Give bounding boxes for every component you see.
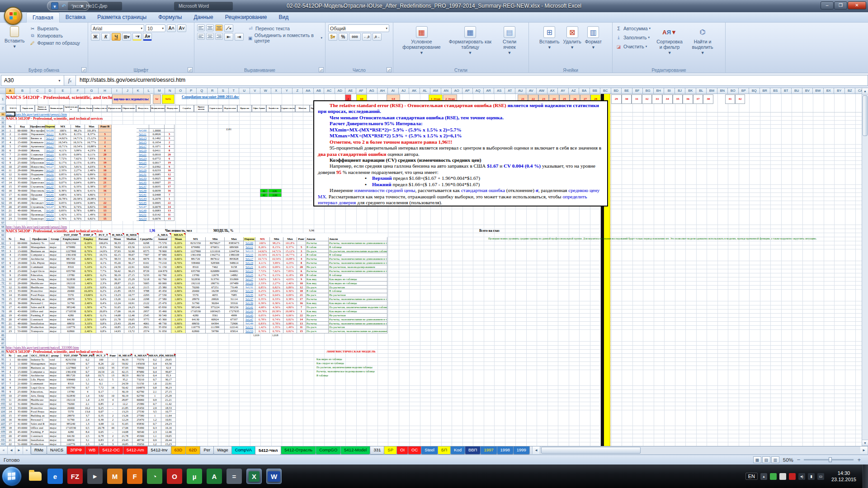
cell-link[interactable]: SrG31 — [45, 173, 55, 177]
column-header-BH[interactable]: BH — [654, 88, 665, 94]
row-header-60[interactable]: 60 — [0, 233, 6, 237]
row-header-66[interactable]: 66 — [0, 257, 6, 261]
cell-link[interactable]: SrG13 — [45, 136, 55, 141]
row-header-99[interactable]: 99 — [0, 389, 6, 394]
alignment-dialog-launcher[interactable]: ◿ — [319, 67, 324, 72]
column-header-Q[interactable]: Q — [197, 88, 208, 94]
column-header-G[interactable]: G — [85, 88, 99, 94]
cell-link[interactable]: SrG45 — [137, 201, 149, 205]
cell-link[interactable]: SrG31 — [244, 286, 255, 290]
wrap-text-button[interactable]: ⏎Перенос текста — [247, 25, 322, 32]
autosum-button[interactable]: ΣАвтосумма▾ — [615, 25, 651, 32]
redo-icon[interactable]: ↷ — [69, 2, 76, 9]
row-header-83[interactable]: 83 — [0, 325, 6, 329]
font-color-button[interactable]: A▾ — [143, 33, 152, 41]
column-header-W[interactable]: W — [260, 88, 271, 94]
column-header-T[interactable]: T — [229, 88, 240, 94]
prev-sheet-icon[interactable]: ◄ — [8, 446, 15, 454]
cell-link[interactable]: SrG49 — [137, 209, 149, 213]
column-header-AS[interactable]: AS — [494, 88, 505, 94]
cell-link[interactable]: SrG21 — [244, 265, 255, 269]
taskbar-clock[interactable]: 14:3023.12.2015 — [827, 470, 861, 483]
column-header-BQ[interactable]: BQ — [749, 88, 760, 94]
show-desktop-button[interactable] — [863, 465, 868, 488]
chrome-icon[interactable]: ◔ — [147, 469, 162, 484]
cell-link[interactable]: SrG51 — [137, 213, 149, 217]
row-header-41[interactable]: 41 — [0, 157, 6, 161]
underline-button[interactable]: Ч — [112, 33, 121, 41]
horizontal-scrollbar[interactable]: ◄► — [532, 446, 868, 454]
row-header-68[interactable]: 68 — [0, 265, 6, 269]
column-header-AJ[interactable]: AJ — [399, 88, 410, 94]
find-select-button[interactable]: ⌬ Найти и выделить▾ — [689, 24, 717, 56]
row-header-2[interactable]: 2 — [0, 104, 6, 113]
merge-center-button[interactable]: ▣Объединить и поместить в центре▾ — [247, 33, 322, 43]
row-header-90[interactable]: 90 — [0, 353, 6, 357]
column-header-BK[interactable]: BK — [685, 88, 696, 94]
grow-font-button[interactable]: A˄ — [167, 24, 176, 32]
column-header-BN[interactable]: BN — [717, 88, 728, 94]
cell-link[interactable] — [137, 125, 149, 129]
tab-Рецензирование[interactable]: Рецензирование — [219, 12, 273, 23]
row-header-103[interactable]: 103 — [0, 406, 6, 410]
next-sheet-icon[interactable]: ► — [15, 446, 23, 454]
excel-window-button[interactable]: X — [246, 469, 262, 484]
cell-link[interactable]: SrG49 — [45, 209, 55, 213]
row-header-71[interactable]: 71 — [0, 277, 6, 282]
column-header-BF[interactable]: BF — [632, 88, 643, 94]
row-header-1[interactable]: 1 — [0, 94, 6, 104]
row-headers[interactable]: 1230313233343536373839404142434445464748… — [0, 94, 6, 446]
first-sheet-icon[interactable]: « — [0, 446, 8, 454]
qat-dropdown-icon[interactable]: ▾ — [78, 2, 85, 9]
row-header-70[interactable]: 70 — [0, 273, 6, 277]
zoom-out-button[interactable]: − — [797, 456, 801, 463]
row-header-74[interactable]: 74 — [0, 289, 6, 293]
row-header-108[interactable]: 108 — [0, 426, 6, 430]
row-header-56[interactable]: 56 — [0, 217, 6, 221]
column-header-BX[interactable]: BX — [824, 88, 835, 94]
row-header-94[interactable]: 94 — [0, 370, 6, 374]
column-header-AR[interactable]: AR — [484, 88, 495, 94]
row-header-44[interactable]: 44 — [0, 169, 6, 173]
column-header-E[interactable]: E — [55, 88, 71, 94]
column-header-AN[interactable]: AN — [441, 88, 452, 94]
sheet-tab-5412-Отрасль[interactable]: 5412-Отрасль — [281, 446, 316, 455]
tab-Данные[interactable]: Данные — [188, 12, 219, 23]
row-header-62[interactable]: 62 — [0, 241, 6, 245]
row-header-43[interactable]: 43 — [0, 165, 6, 169]
cell-link[interactable]: SrG25 — [244, 273, 255, 277]
row-header-47[interactable]: 47 — [0, 181, 6, 185]
fill-color-button[interactable]: ◔▾ — [132, 33, 142, 41]
fx-icon[interactable]: fx — [64, 75, 76, 86]
aimp-icon[interactable]: A — [207, 469, 222, 484]
maximize-button[interactable]: ❐ — [834, 1, 847, 9]
font-name-select[interactable]: Arial▾ — [91, 24, 144, 32]
bold-button[interactable]: Ж — [91, 33, 100, 41]
row-header-53[interactable]: 53 — [0, 205, 6, 209]
row-header-112[interactable]: 112 — [0, 442, 6, 446]
align-middle-icon[interactable] — [206, 24, 214, 31]
cell-link[interactable]: SrG25 — [137, 161, 149, 165]
column-header-AU[interactable]: AU — [515, 88, 526, 94]
column-header-BG[interactable]: BG — [643, 88, 654, 94]
cell-link[interactable]: SrG19 — [45, 149, 55, 153]
row-header-45[interactable]: 45 — [0, 173, 6, 177]
normal-view-icon[interactable]: ▦ — [753, 456, 761, 463]
cell-link[interactable]: SrG27 — [244, 277, 255, 282]
cell-link[interactable]: SrG39 — [45, 189, 55, 193]
network-icon[interactable]: ▮ — [808, 473, 815, 480]
active-cell-selection[interactable] — [5, 112, 15, 117]
row-header-50[interactable]: 50 — [0, 193, 6, 197]
rse-note-textbox[interactable]: The relative standard error (RSE) - Отно… — [313, 100, 608, 206]
ati-icon[interactable] — [789, 473, 796, 480]
row-header-92[interactable]: 92 — [0, 361, 6, 366]
column-header-BP[interactable]: BP — [739, 88, 750, 94]
row-header-34[interactable]: 34 — [0, 129, 6, 133]
minimize-button[interactable]: – — [821, 1, 834, 9]
column-header-BW[interactable]: BW — [813, 88, 824, 94]
row-header-85[interactable]: 85 — [0, 333, 6, 338]
row-header-30[interactable]: 30 — [0, 113, 6, 117]
row-header-40[interactable]: 40 — [0, 153, 6, 157]
cell-link[interactable]: SrG17 — [137, 145, 149, 149]
column-header-BT[interactable]: BT — [781, 88, 792, 94]
